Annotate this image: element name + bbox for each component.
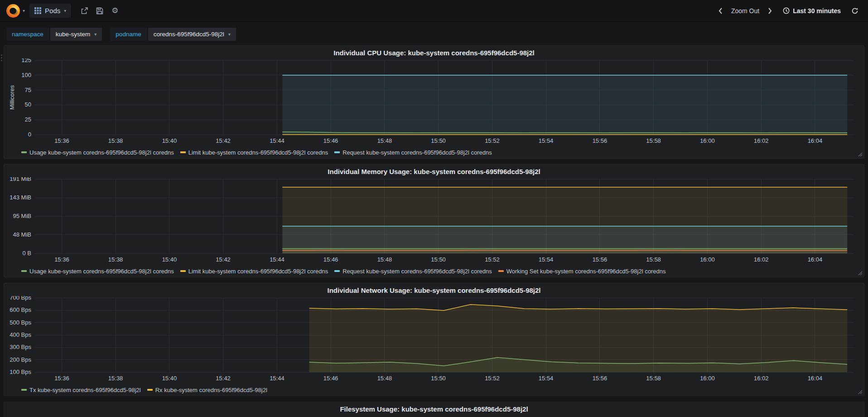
time-shift-forward-button[interactable] [764, 5, 776, 17]
svg-text:15:50: 15:50 [431, 137, 446, 144]
svg-text:15:48: 15:48 [377, 375, 392, 382]
svg-text:15:46: 15:46 [323, 256, 338, 263]
svg-text:400 Bps: 400 Bps [10, 331, 31, 338]
chevron-down-icon: ▾ [64, 9, 66, 13]
svg-text:15:52: 15:52 [485, 137, 500, 144]
panel-title[interactable]: Individual Memory Usage: kube-system cor… [9, 166, 859, 177]
share-icon [81, 7, 88, 15]
svg-text:15:38: 15:38 [108, 375, 123, 382]
svg-text:15:50: 15:50 [431, 375, 446, 382]
legend-series-color-icon [21, 270, 27, 272]
panel-memory-usage: Individual Memory Usage: kube-system cor… [4, 164, 864, 277]
clock-icon [783, 7, 790, 14]
svg-text:15:44: 15:44 [270, 375, 285, 382]
dashboard-picker-button[interactable]: Pods ▾ [29, 4, 71, 18]
svg-text:15:48: 15:48 [377, 256, 392, 263]
legend-item[interactable]: Usage kube-system coredns-695f96dcd5-98j… [21, 268, 174, 275]
svg-text:700 Bps: 700 Bps [10, 296, 31, 301]
svg-text:0 B: 0 B [22, 250, 31, 257]
variable-podname: podname coredns-695f96dcd5-98j2l ▾ [110, 28, 236, 41]
legend-item[interactable]: Request kube-system coredns-695f96dcd5-9… [334, 149, 492, 156]
legend-series-color-icon [147, 389, 153, 391]
legend-series-name: Usage kube-system coredns-695f96dcd5-98j… [29, 268, 174, 275]
chart-canvas[interactable]: 0 B48 MiB95 MiB143 MiB191 MiB15:3615:381… [9, 177, 858, 266]
svg-text:300 Bps: 300 Bps [10, 344, 31, 350]
navbar-time-controls: Zoom Out Last 30 minutes [714, 5, 863, 17]
variable-value-text: coredns-695f96dcd5-98j2l [154, 31, 224, 38]
svg-text:125: 125 [21, 58, 31, 63]
svg-text:15:58: 15:58 [646, 375, 661, 382]
panel-resize-handle-icon[interactable] [857, 270, 863, 276]
network-usage-chart[interactable]: 100 Bps200 Bps300 Bps400 Bps500 Bps600 B… [9, 296, 859, 385]
svg-text:16:00: 16:00 [700, 256, 715, 263]
svg-text:16:04: 16:04 [808, 375, 823, 382]
legend-item[interactable]: Request kube-system coredns-695f96dcd5-9… [334, 268, 492, 275]
svg-text:0: 0 [28, 131, 31, 138]
grafana-logo-icon [6, 4, 20, 18]
svg-text:16:00: 16:00 [700, 375, 715, 382]
navbar: ▾ Pods ▾ ⚙ Zoom Out [0, 0, 868, 22]
chevron-left-icon [718, 7, 723, 15]
panel-resize-handle-icon[interactable] [857, 151, 863, 157]
memory-usage-chart[interactable]: 0 B48 MiB95 MiB143 MiB191 MiB15:3615:381… [9, 177, 859, 266]
panel-resize-handle-icon[interactable] [857, 389, 863, 394]
variable-label: namespace [6, 28, 49, 41]
network-usage-legend: Tx kube-system coredns-695f96dcd5-98j2lR… [21, 385, 859, 395]
legend-item[interactable]: Working Set kube-system coredns-695f96dc… [498, 268, 666, 275]
legend-item[interactable]: Tx kube-system coredns-695f96dcd5-98j2l [21, 387, 141, 393]
svg-text:Millicores: Millicores [9, 85, 15, 110]
svg-text:15:38: 15:38 [108, 137, 123, 144]
time-shift-back-button[interactable] [714, 5, 727, 17]
svg-text:15:58: 15:58 [646, 137, 661, 144]
legend-item[interactable]: Usage kube-system coredns-695f96dcd5-98j… [21, 149, 174, 156]
refresh-button[interactable] [847, 5, 863, 17]
panel-title[interactable]: Individual Network Usage: kube-system co… [9, 285, 859, 296]
chart-canvas[interactable]: 025507510012515:3615:3815:4015:4215:4415… [9, 58, 858, 147]
save-button[interactable] [92, 5, 107, 17]
svg-text:15:40: 15:40 [162, 137, 177, 144]
svg-text:15:56: 15:56 [593, 256, 608, 263]
svg-text:75: 75 [25, 87, 31, 93]
podname-value-dropdown[interactable]: coredns-695f96dcd5-98j2l ▾ [148, 28, 236, 41]
legend-series-name: Rx kube-system coredns-695f96dcd5-98j2l [155, 387, 267, 393]
svg-text:15:40: 15:40 [162, 375, 177, 382]
svg-text:95 MiB: 95 MiB [13, 213, 31, 219]
legend-series-name: Request kube-system coredns-695f96dcd5-9… [342, 268, 492, 275]
legend-item[interactable]: Limit kube-system coredns-695f96dcd5-98j… [180, 268, 328, 275]
legend-item[interactable]: Rx kube-system coredns-695f96dcd5-98j2l [147, 387, 267, 393]
legend-series-name: Limit kube-system coredns-695f96dcd5-98j… [188, 268, 328, 275]
panel-title[interactable]: Individual CPU Usage: kube-system coredn… [9, 48, 859, 58]
zoom-out-button[interactable]: Zoom Out [729, 7, 761, 15]
svg-text:15:54: 15:54 [539, 137, 554, 144]
svg-text:16:02: 16:02 [754, 375, 769, 382]
gear-icon: ⚙ [111, 7, 118, 15]
svg-text:15:36: 15:36 [54, 256, 69, 263]
variable-value-text: kube-system [56, 31, 91, 38]
svg-text:15:48: 15:48 [377, 137, 392, 144]
chevron-down-icon: ▾ [23, 9, 25, 13]
svg-text:16:02: 16:02 [754, 137, 769, 144]
svg-text:16:04: 16:04 [808, 256, 823, 263]
panel-filesystem-usage: Filesystem Usage: kube-system coredns-69… [4, 402, 864, 417]
svg-text:143 MiB: 143 MiB [10, 194, 31, 201]
zoom-out-label: Zoom Out [729, 7, 761, 15]
legend-item[interactable]: Limit kube-system coredns-695f96dcd5-98j… [180, 149, 328, 156]
chart-canvas[interactable]: 100 Bps200 Bps300 Bps400 Bps500 Bps600 B… [9, 296, 858, 385]
share-button[interactable] [77, 5, 92, 17]
save-icon [96, 7, 103, 15]
legend-series-name: Limit kube-system coredns-695f96dcd5-98j… [188, 149, 328, 156]
svg-text:15:40: 15:40 [162, 256, 177, 263]
legend-series-name: Request kube-system coredns-695f96dcd5-9… [342, 149, 492, 156]
panel-title[interactable]: Filesystem Usage: kube-system coredns-69… [9, 404, 859, 415]
namespace-value-dropdown[interactable]: kube-system ▾ [50, 28, 102, 41]
legend-series-color-icon [334, 151, 340, 153]
settings-button[interactable]: ⚙ [107, 4, 122, 17]
cpu-usage-chart[interactable]: 025507510012515:3615:3815:4015:4215:4415… [9, 58, 859, 147]
dashboards-grid-icon [34, 7, 41, 14]
time-range-label: Last 30 minutes [793, 7, 841, 15]
legend-series-color-icon [21, 389, 27, 391]
svg-text:100 Bps: 100 Bps [10, 369, 31, 375]
grafana-menu-button[interactable]: ▾ [5, 2, 26, 19]
legend-series-name: Working Set kube-system coredns-695f96dc… [506, 268, 666, 275]
time-range-picker-button[interactable]: Last 30 minutes [779, 5, 844, 17]
